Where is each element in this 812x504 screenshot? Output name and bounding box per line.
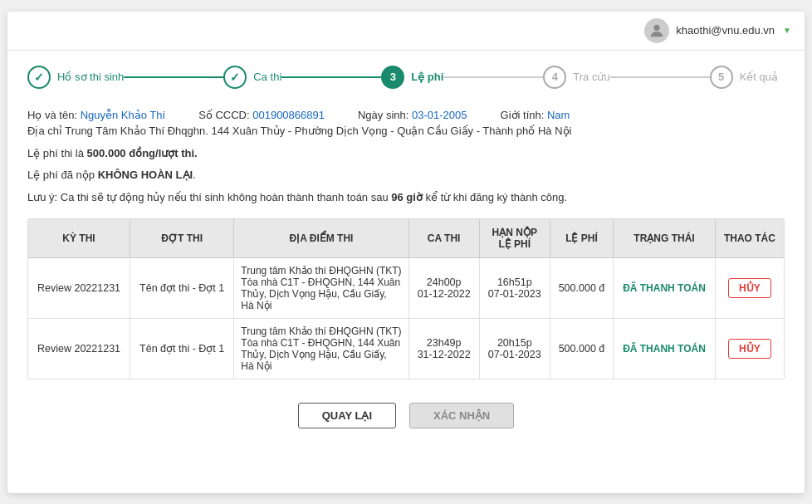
id-value: 001900866891 [252, 109, 325, 121]
dropdown-arrow-icon[interactable]: ▼ [783, 26, 791, 35]
candidate-gender: Giới tính: Nam [501, 109, 570, 121]
warning-bold: 96 giờ [391, 191, 423, 203]
col-trang-thai: TRẠNG THÁI [614, 219, 716, 258]
step-5: 5 Kết quả [710, 66, 778, 89]
warning-text: Lưu ý: Ca thi sẽ tự động hủy nếu thí sin… [27, 191, 391, 203]
cell-le-phi: 500.000 đ [550, 318, 613, 379]
step-2-label: Ca thi [253, 71, 281, 83]
step-2-circle: ✓ [223, 66, 247, 89]
fee-notice: Lệ phí thi là 500.000 đồng/lượt thi. [27, 145, 785, 163]
cell-dia-diem: Trung tâm Khảo thí ĐHQGHN (TKT) Tòa nhà … [234, 318, 408, 379]
step-4-circle: 4 [543, 66, 566, 89]
col-dot-thi: ĐỢT THI [130, 219, 234, 258]
cancel-row-button[interactable]: HỦY [728, 278, 771, 298]
warning-suffix: kể từ khi đăng ký thành công. [423, 191, 567, 203]
no-refund-suffix: . [193, 169, 196, 181]
cell-thao-tac[interactable]: HỦY [715, 257, 784, 318]
no-refund-notice: Lệ phí đã nộp KHÔNG HOÀN LẠI. [27, 167, 785, 184]
candidate-name: Họ và tên: Nguyễn Khảo Thí [27, 109, 165, 121]
cell-dot-thi: Tên đợt thi - Đợt 1 [130, 318, 234, 379]
col-dia-diem: ĐỊA ĐIỂM THI [234, 219, 408, 258]
step-5-label: Kết quả [740, 71, 778, 83]
candidate-id: Số CCCD: 001900866891 [198, 109, 325, 121]
step-2: ✓ Ca thi [223, 66, 281, 89]
address-label: Địa chỉ [27, 125, 62, 137]
step-4-label: Tra cứu [573, 71, 609, 83]
cell-dia-diem: Trung tâm Khảo thí ĐHQGHN (TKT) Tòa nhà … [234, 257, 408, 318]
main-container: khaothi@vnu.edu.vn ▼ ✓ Hồ sơ thi sinh ✓ … [7, 12, 805, 493]
table-row: Review 20221231 Tên đợt thi - Đợt 1 Trun… [28, 257, 784, 318]
step-2-icon: ✓ [230, 71, 240, 84]
step-1-circle: ✓ [27, 66, 51, 89]
id-label: Số CCCD: [198, 109, 249, 121]
step-3-circle: 3 [381, 66, 404, 89]
cell-le-phi: 500.000 đ [550, 257, 613, 318]
dob-value: 03-01-2005 [412, 109, 467, 121]
cell-thao-tac[interactable]: HỦY [715, 318, 784, 379]
cell-trang-thai: ĐÃ THANH TOÁN [614, 257, 716, 318]
cell-han-nop: 20h15p07-01-2023 [479, 318, 550, 379]
no-refund-prefix: Lệ phí đã nộp [27, 169, 98, 181]
warning-notice: Lưu ý: Ca thi sẽ tự động hủy nếu thí sin… [27, 189, 785, 207]
col-ca-thi: CA THI [408, 219, 479, 258]
candidate-info-row: Họ và tên: Nguyễn Khảo Thí Số CCCD: 0019… [27, 109, 785, 121]
name-label: Họ và tên: [27, 109, 77, 121]
cell-ca-thi: 23h49p31-12-2022 [408, 318, 479, 379]
col-han-nop: HẠN NỘPLỆ PHÍ [479, 219, 550, 258]
gender-value: Nam [547, 109, 570, 121]
step-1-label: Hồ sơ thi sinh [57, 71, 124, 83]
step-5-circle: 5 [710, 66, 733, 89]
user-info: khaothi@vnu.edu.vn ▼ [644, 18, 791, 43]
user-email: khaothi@vnu.edu.vn [676, 24, 775, 37]
footer-buttons: QUAY LẠI XÁC NHẬN [7, 388, 805, 438]
cell-dot-thi: Tên đợt thi - Đợt 1 [130, 257, 234, 318]
col-le-phi: LỆ PHÍ [550, 219, 613, 258]
content-area: Họ và tên: Nguyễn Khảo Thí Số CCCD: 0019… [7, 100, 805, 388]
cell-ky-thi: Review 20221231 [28, 318, 130, 379]
svg-point-0 [654, 24, 660, 30]
no-refund-bold: KHÔNG HOÀN LẠI [98, 169, 193, 181]
avatar [644, 18, 669, 43]
fee-text-prefix: Lệ phí thi là [27, 147, 87, 159]
fee-table: KỲ THI ĐỢT THI ĐỊA ĐIỂM THI CA THI HẠN N… [27, 218, 785, 379]
step-1-icon: ✓ [34, 71, 44, 84]
step-4-icon: 4 [552, 71, 558, 83]
cell-trang-thai: ĐÃ THANH TOÁN [614, 318, 716, 379]
col-ky-thi: KỲ THI [28, 219, 130, 258]
confirm-button[interactable]: XÁC NHẬN [409, 403, 514, 428]
step-4: 4 Tra cứu [543, 66, 609, 89]
candidate-dob: Ngày sinh: 03-01-2005 [358, 109, 467, 121]
candidate-address: Địa chỉ Trung Tâm Khảo Thí Đhqghn. 144 X… [27, 125, 785, 137]
table-row: Review 20221231 Tên đợt thi - Đợt 1 Trun… [28, 318, 784, 379]
stepper: ✓ Hồ sơ thi sinh ✓ Ca thi 3 Lệ phí 4 Tra… [7, 51, 805, 100]
fee-amount: 500.000 đồng/lượt thi. [87, 147, 198, 159]
address-value: Trung Tâm Khảo Thí Đhqghn. 144 Xuân Thủy… [65, 125, 571, 137]
step-line-1 [124, 76, 223, 78]
step-3-label: Lệ phí [411, 71, 443, 83]
step-3: 3 Lệ phí [381, 66, 443, 89]
gender-label: Giới tính: [501, 109, 545, 121]
cell-ca-thi: 24h00p01-12-2022 [408, 257, 479, 318]
cell-ky-thi: Review 20221231 [28, 257, 130, 318]
cancel-row-button[interactable]: HỦY [728, 339, 771, 359]
dob-label: Ngày sinh: [358, 109, 408, 121]
step-5-icon: 5 [718, 71, 724, 83]
step-line-2 [281, 76, 381, 78]
header: khaothi@vnu.edu.vn ▼ [7, 12, 805, 51]
step-line-3 [443, 76, 543, 78]
step-1: ✓ Hồ sơ thi sinh [27, 66, 124, 89]
name-value: Nguyễn Khảo Thí [81, 109, 165, 121]
back-button[interactable]: QUAY LẠI [298, 403, 396, 428]
step-line-4 [610, 76, 710, 78]
step-3-icon: 3 [390, 71, 396, 83]
cell-han-nop: 16h51p07-01-2023 [479, 257, 550, 318]
col-thao-tac: THAO TÁC [715, 219, 784, 258]
